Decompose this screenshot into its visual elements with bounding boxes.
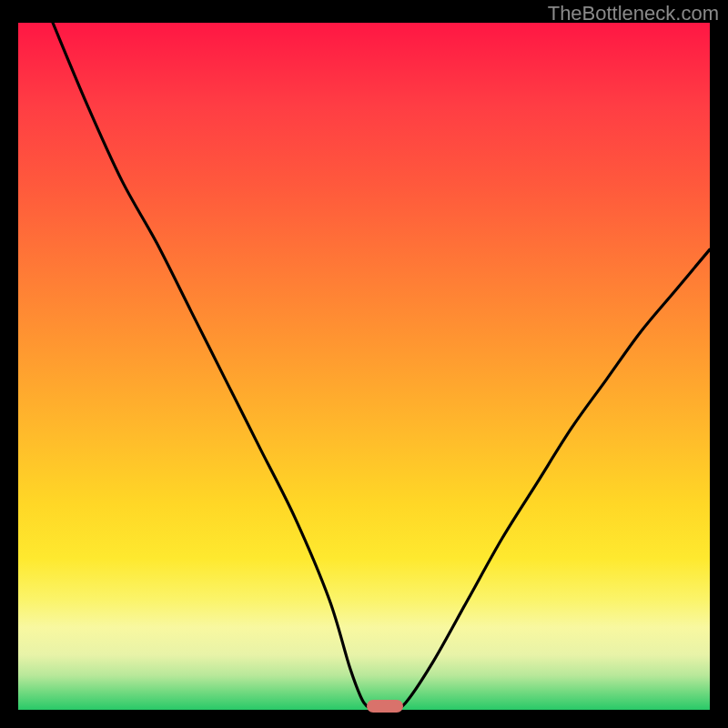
curve-svg [18, 23, 710, 710]
optimum-marker [367, 700, 403, 713]
chart-container: TheBottleneck.com [0, 0, 728, 728]
plot-area [18, 23, 710, 710]
bottleneck-curve [53, 23, 710, 710]
watermark-text: TheBottleneck.com [548, 2, 719, 25]
